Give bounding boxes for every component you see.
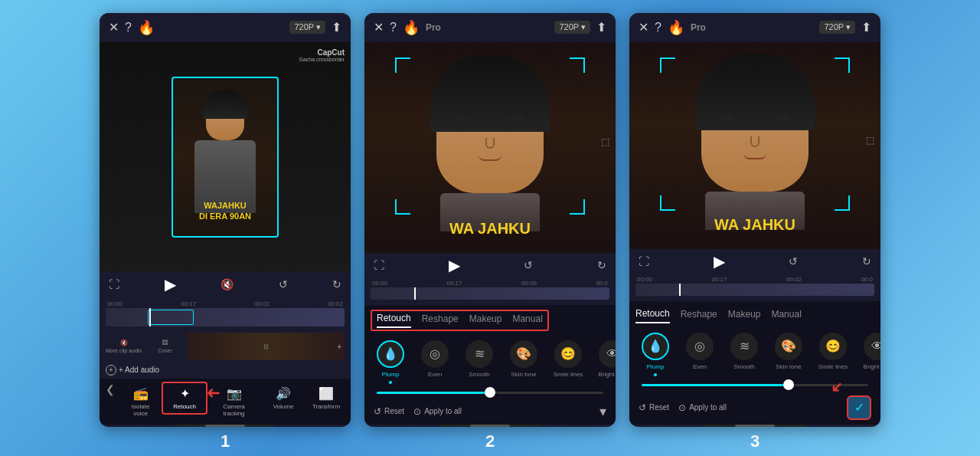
timeline-track-1[interactable]: [106, 308, 345, 326]
bracket-tl-2: [395, 57, 410, 73]
slider-thumb-3[interactable]: [783, 379, 794, 390]
redo-icon-2[interactable]: ↻: [597, 259, 606, 271]
clip-audio-icon: 🔇: [120, 340, 128, 346]
option-smilelines-2[interactable]: 😊 Smile lines: [548, 340, 588, 384]
time-far-1: 00:02: [254, 300, 270, 307]
fullscreen-icon-3[interactable]: ⛶: [639, 255, 649, 267]
clip-cover-box: 🖼 Cover: [148, 340, 181, 353]
timeline-track-2[interactable]: [371, 287, 609, 300]
time-labels-3: 00:00 00:17 00:02 00:0: [635, 275, 874, 284]
clip-thumbnail-1[interactable]: ||| +: [188, 333, 345, 360]
option-plump-3[interactable]: 💧 Plump: [635, 333, 675, 376]
t-far-2: 00:00: [521, 280, 537, 287]
resolution-badge-3[interactable]: 720P ▾: [819, 21, 855, 34]
tool-volume[interactable]: 🔊 Volume: [262, 383, 305, 413]
option-plump-2[interactable]: 💧 Plump: [371, 340, 410, 384]
redo-icon-1[interactable]: ↻: [332, 278, 341, 290]
option-brighteye-3[interactable]: 👁 Bright Eye: [858, 333, 880, 376]
undo-icon-3[interactable]: ↺: [789, 255, 798, 267]
tab-retouch-3[interactable]: Retouch: [635, 308, 670, 323]
option-smilelines-3[interactable]: 😊 Smile lines: [813, 333, 853, 376]
slider-fill-3: [642, 384, 789, 386]
fullscreen-icon-1[interactable]: ⛶: [109, 278, 119, 290]
tab-reshape-3[interactable]: Reshape: [681, 309, 717, 323]
flame-icon-2: 🔥: [403, 19, 420, 36]
resolution-badge-1[interactable]: 720P ▾: [289, 21, 325, 34]
close-icon[interactable]: ✕: [109, 21, 119, 34]
capcut-watermark: CapCut Gacha crossborder: [299, 48, 345, 62]
slider-track-2[interactable]: [377, 392, 603, 394]
tool-retouch[interactable]: ✦ Retouch: [163, 383, 206, 413]
video-side-icon-2: ⬚: [601, 136, 609, 147]
close-icon-3[interactable]: ✕: [639, 21, 648, 34]
help-icon-3[interactable]: ?: [655, 21, 662, 34]
timeline-3: 00:00 00:17 00:02 00:0: [629, 274, 880, 301]
even-icon-2: ◎: [421, 340, 449, 368]
t-far2-3: 00:0: [861, 276, 873, 283]
upload-icon-3[interactable]: ⬆: [861, 21, 871, 34]
skintone-label-2: Skin tone: [511, 371, 536, 378]
help-icon-2[interactable]: ?: [390, 21, 397, 34]
hair-1: [203, 90, 247, 119]
video-text-3: WA JAHKU: [714, 216, 795, 234]
camera-label: Camera tracking: [212, 403, 256, 417]
tab-manual-2[interactable]: Manual: [512, 313, 542, 327]
undo-icon-1[interactable]: ↺: [279, 278, 288, 290]
bottom-toolbar-1: ❮ 📻 Isolate voice ✦ Retouch 📷 Camera tra…: [100, 379, 351, 425]
clip-audio-box: 🔇 More clip audio: [106, 340, 142, 353]
play-btn-3[interactable]: ▶: [714, 252, 725, 271]
play-btn-2[interactable]: ▶: [449, 256, 460, 274]
panel-1: ✕ ? 🔥 720P ▾ ⬆: [100, 13, 351, 427]
help-icon[interactable]: ?: [125, 21, 132, 34]
option-even-3[interactable]: ◎ Even: [680, 333, 720, 376]
clip-cover-label: Cover: [158, 348, 172, 353]
retouch-tabs-box-2: Retouch Reshape Makeup Manual: [371, 310, 549, 331]
tool-transform[interactable]: ⬜ Transform: [305, 383, 348, 413]
skintone-icon-3: 🎨: [775, 333, 802, 360]
undo-icon-2[interactable]: ↺: [524, 259, 533, 271]
mute-icon-1[interactable]: 🔇: [220, 278, 234, 290]
apply-btn-2[interactable]: ⊙ Apply to all: [413, 406, 462, 417]
option-smooth-2[interactable]: ≋ Smooth: [459, 340, 499, 384]
close-icon-2[interactable]: ✕: [374, 21, 384, 34]
scroll-indicator-3: [704, 425, 805, 427]
reset-btn-2[interactable]: ↺ Reset: [374, 406, 404, 417]
upload-icon-1[interactable]: ⬆: [332, 21, 341, 34]
playback-bar-2: ⛶ ▶ ↺ ↻: [364, 253, 616, 277]
add-audio-btn[interactable]: + + Add audio: [106, 365, 159, 376]
add-audio-row: + + Add audio: [100, 363, 351, 379]
tab-makeup-2[interactable]: Makeup: [469, 313, 502, 327]
option-smooth-3[interactable]: ≋ Smooth: [724, 333, 764, 376]
t-far-3: 00:02: [786, 276, 802, 283]
resolution-badge-2[interactable]: 720P ▾: [554, 21, 590, 34]
expand-icon-2[interactable]: ▾: [599, 403, 606, 420]
option-skintone-3[interactable]: 🎨 Skin tone: [769, 333, 808, 376]
fullscreen-icon-2[interactable]: ⛶: [374, 259, 384, 271]
apply-btn-3[interactable]: ⊙ Apply to all: [678, 402, 727, 413]
bracket-br-3: [835, 195, 850, 211]
play-btn-1[interactable]: ▶: [165, 275, 176, 294]
bracket-bl-3: [660, 195, 675, 211]
tab-makeup-3[interactable]: Makeup: [728, 309, 761, 323]
tab-manual-3[interactable]: Manual: [771, 309, 801, 323]
tab-retouch-2[interactable]: Retouch: [377, 313, 411, 328]
tab-reshape-2[interactable]: Reshape: [422, 313, 459, 327]
slider-thumb-2[interactable]: [485, 387, 495, 398]
video-area-1: WAJAHKUDI ERA 90AN CapCut Gacha crossbor…: [100, 42, 351, 272]
confirm-btn-3[interactable]: ✓: [847, 395, 871, 420]
upload-icon-2[interactable]: ⬆: [596, 21, 606, 34]
option-even-2[interactable]: ◎ Even: [415, 340, 455, 384]
redo-icon-3[interactable]: ↻: [862, 255, 871, 267]
tool-isolate[interactable]: 📻 Isolate voice: [118, 383, 163, 420]
face-2: [436, 71, 544, 193]
video-text-1: WAJAHKUDI ERA 90AN: [199, 200, 251, 222]
option-brighteye-2[interactable]: 👁 Bright Eye: [593, 340, 616, 384]
topbar-left-2: ✕ ? 🔥 Pro: [374, 19, 441, 36]
timeline-track-3[interactable]: [635, 284, 874, 296]
toolbar-left-arrow[interactable]: ❮: [106, 383, 115, 395]
ba-left-3: ↺ Reset ⊙ Apply to all: [639, 402, 727, 413]
bracket-br-2: [570, 199, 585, 215]
reset-btn-3[interactable]: ↺ Reset: [639, 402, 669, 413]
retouch-tabs-box-3: Retouch Reshape Makeup Manual: [635, 308, 802, 323]
option-skintone-2[interactable]: 🎨 Skin tone: [504, 340, 544, 384]
